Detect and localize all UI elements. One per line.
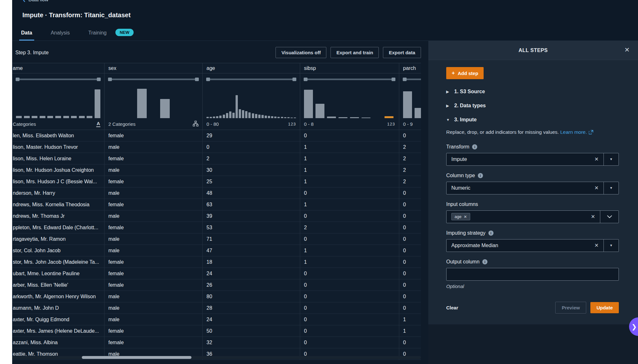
output-column-label: Output column <box>446 259 479 265</box>
histogram-bar <box>415 108 421 118</box>
info-icon[interactable]: i <box>482 259 487 264</box>
cell-parch: 0 <box>399 233 421 245</box>
export-and-train-button[interactable]: Export and train <box>331 47 379 58</box>
slider-handle-icon[interactable] <box>97 78 101 81</box>
scrollbar-thumb[interactable] <box>82 356 191 359</box>
histogram-bar <box>242 110 244 118</box>
info-icon[interactable]: i <box>488 231 494 236</box>
column-type-select[interactable]: Numeric ✕ ▼ <box>446 182 619 194</box>
tab-training[interactable]: Training <box>86 26 108 41</box>
close-icon[interactable]: ✕ <box>624 46 630 54</box>
table-row[interactable]: arber, Miss. Ellen 'Nellie'female2600 <box>12 279 421 291</box>
table-row[interactable]: nderson, Mr. Harrymale4800 <box>12 187 421 199</box>
table-row[interactable]: lison, Mrs. Hudson J C (Bessie Wal...fem… <box>12 176 421 187</box>
table-row[interactable]: rtagaveytia, Mr. Ramonmale7100 <box>12 233 421 245</box>
cell-name: rtagaveytia, Mr. Ramon <box>12 233 105 245</box>
update-button[interactable]: Update <box>590 302 619 313</box>
slider-handle-icon[interactable] <box>292 78 296 81</box>
slider-handle-icon[interactable] <box>392 78 395 81</box>
histogram-bar <box>236 95 238 118</box>
slider-handle-icon[interactable] <box>108 78 112 81</box>
histogram-bar <box>261 115 264 118</box>
cell-sex: female <box>105 130 203 141</box>
step-item-impute[interactable]: ▼ 3. Impute <box>446 117 619 123</box>
dropdown-chevron-icon[interactable] <box>600 211 619 223</box>
slider-handle-icon[interactable] <box>195 78 199 81</box>
histogram-bar <box>24 116 30 118</box>
clear-selection-icon[interactable]: ✕ <box>590 185 603 191</box>
slider-handle-icon[interactable] <box>16 78 19 81</box>
cell-sibsp: 0 <box>300 314 399 325</box>
tag-remove-icon[interactable]: ✕ <box>464 215 467 219</box>
transform-select[interactable]: Impute ✕ ▼ <box>446 153 619 166</box>
output-column-input[interactable] <box>446 268 619 281</box>
histogram-bars <box>304 84 395 118</box>
table-row[interactable]: lison, Master. Hudson Trevormale012 <box>12 141 421 153</box>
add-step-button[interactable]: + Add step <box>446 67 484 79</box>
table-row[interactable]: lison, Mr. Hudson Joshua Creightonmale30… <box>12 164 421 176</box>
tab-analysis[interactable]: Analysis <box>49 26 72 41</box>
column-meta-name: CategoriesA <box>12 118 105 130</box>
info-icon[interactable]: i <box>472 144 477 149</box>
dropdown-arrow-icon[interactable]: ▼ <box>603 182 619 194</box>
table-row[interactable]: stor, Col. John Jacobmale4710 <box>12 245 421 256</box>
table-row[interactable]: len, Miss. Elisabeth Waltonfemale2900 <box>12 130 421 141</box>
imputing-strategy-select[interactable]: Approximate Median ✕ ▼ <box>446 239 619 252</box>
cell-age: 25 <box>203 176 300 187</box>
histogram-bars <box>108 84 198 118</box>
histogram-range-slider[interactable] <box>206 79 296 80</box>
histogram-range-slider[interactable] <box>16 79 100 80</box>
clear-button[interactable]: Clear <box>446 305 458 310</box>
tab-data[interactable]: Data <box>19 26 34 41</box>
add-step-label: Add step <box>458 71 478 76</box>
export-data-button[interactable]: Export data <box>383 47 421 58</box>
table-row[interactable]: stor, Mrs. John Jacob (Madeleine Ta...fe… <box>12 256 421 268</box>
cell-sex: female <box>105 176 203 187</box>
cell-name: ndrews, Mr. Thomas Jr <box>12 210 105 222</box>
table-row[interactable]: aumann, Mr. John Dmale2800 <box>12 302 421 314</box>
cell-sibsp: 0 <box>300 268 399 279</box>
clear-selection-icon[interactable]: ✕ <box>590 156 603 162</box>
cell-name: stor, Col. John Jacob <box>12 245 105 256</box>
histogram-range-slider[interactable] <box>304 79 395 80</box>
table-row[interactable]: arkworth, Mr. Algernon Henry Wilsonmale8… <box>12 291 421 302</box>
dropdown-arrow-icon[interactable]: ▼ <box>603 153 619 165</box>
info-icon[interactable]: i <box>478 173 483 178</box>
table-row[interactable]: axter, Mrs. James (Helene DeLaude...fema… <box>12 325 421 337</box>
slider-handle-icon[interactable] <box>304 78 307 81</box>
histogram-range-slider[interactable] <box>108 79 198 80</box>
table-row[interactable]: axter, Mr. Quigg Edmondmale2401 <box>12 314 421 325</box>
cell-sibsp: 0 <box>300 325 399 337</box>
back-to-data-flow-link[interactable]: ❮ Data flow <box>22 0 48 2</box>
table-row[interactable]: lison, Miss. Helen Lorainefemale212 <box>12 153 421 164</box>
slider-handle-icon[interactable] <box>403 78 407 81</box>
column-histogram-name <box>12 73 105 118</box>
input-columns-multiselect[interactable]: age✕ ✕ <box>446 210 619 223</box>
learn-more-link[interactable]: Learn more. <box>560 129 594 135</box>
table-row[interactable]: azzani, Miss. Albinafemale3200 <box>12 337 421 348</box>
step-item-data-types[interactable]: ▶ 2. Data types <box>446 103 619 109</box>
dropdown-arrow-icon[interactable]: ▼ <box>603 239 619 252</box>
assistant-icon: ❯ <box>632 323 637 330</box>
table-row[interactable]: ndrews, Mr. Thomas Jrmale3900 <box>12 210 421 222</box>
clear-selection-icon[interactable]: ✕ <box>590 242 603 248</box>
preview-button[interactable]: Preview <box>555 302 586 314</box>
cell-name: axter, Mrs. James (Helene DeLaude... <box>12 325 105 337</box>
back-link-label: Data flow <box>28 0 49 2</box>
clear-selection-icon[interactable]: ✕ <box>586 214 600 220</box>
histogram-range-slider[interactable] <box>403 79 421 80</box>
cell-sex: female <box>105 279 203 291</box>
cell-parch: 2 <box>399 141 421 153</box>
column-meta-sibsp: 0 - 8123 <box>300 118 399 130</box>
step-item-s3-source[interactable]: ▶ 1. S3 Source <box>446 89 619 95</box>
step-item-label: 3. Impute <box>454 117 477 123</box>
cell-name: ubart, Mme. Leontine Pauline <box>12 268 105 279</box>
table-row[interactable]: ndrews, Miss. Kornelia Theodosiafemale63… <box>12 199 421 210</box>
cell-sex: male <box>105 141 203 153</box>
visualizations-toggle-button[interactable]: Visualizations off <box>276 47 326 58</box>
horizontal-scrollbar[interactable] <box>12 356 421 359</box>
table-row[interactable]: ubart, Mme. Leontine Paulinefemale2400 <box>12 268 421 279</box>
cell-name: ndrews, Miss. Kornelia Theodosia <box>12 199 105 210</box>
slider-handle-icon[interactable] <box>206 78 210 81</box>
table-row[interactable]: ppleton, Mrs. Edward Dale (Charlott...fe… <box>12 222 421 233</box>
